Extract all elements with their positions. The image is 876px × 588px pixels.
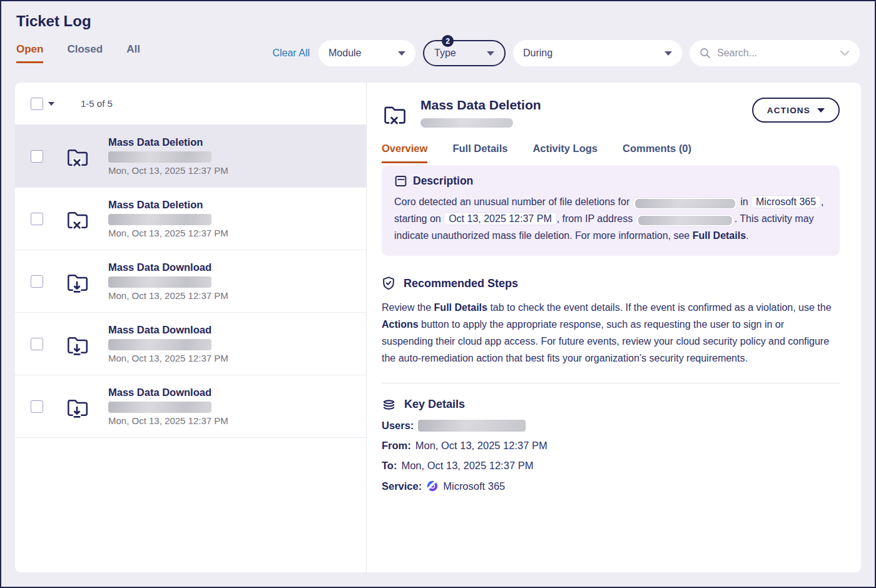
ticket-checkbox[interactable] <box>31 150 43 163</box>
page-title: Ticket Log <box>16 13 860 30</box>
tab-comments[interactable]: Comments (0) <box>623 143 691 163</box>
ticket-row[interactable]: Mass Data Deletion Mon, Oct 13, 2025 12:… <box>15 125 366 188</box>
description-text: Coro detected an unusual number of file … <box>394 193 827 244</box>
tab-overview[interactable]: Overview <box>382 143 427 163</box>
tab-all[interactable]: All <box>126 43 140 63</box>
during-filter-dropdown[interactable]: During <box>513 40 682 66</box>
from-value: Mon, Oct 13, 2025 12:37 PM <box>415 440 548 452</box>
ticket-row[interactable]: Mass Data Download Mon, Oct 13, 2025 12:… <box>15 375 366 438</box>
ticket-checkbox[interactable] <box>31 275 43 288</box>
ticket-log-screen: Ticket Log Open Closed All Clear All Mod… <box>0 0 876 588</box>
key-details-heading: Key Details <box>382 397 840 412</box>
key-details-section: Key Details Users: From: Mon, Oct 13, 20… <box>382 397 840 492</box>
key-detail-service: Service: Microsoft 365 <box>382 480 840 492</box>
type-filter-badge: 2 <box>442 35 454 47</box>
ticket-date: Mon, Oct 13, 2025 12:37 PM <box>108 228 228 238</box>
select-all-checkbox[interactable] <box>31 98 43 110</box>
ticket-checkbox[interactable] <box>31 400 43 413</box>
view-tabs: Open Closed All <box>16 43 140 63</box>
select-menu-caret-icon[interactable] <box>48 102 54 106</box>
search-input[interactable] <box>716 47 825 59</box>
search-chevron-down-icon <box>840 50 850 56</box>
folder-delete-icon <box>64 144 89 169</box>
to-label: To: <box>382 460 397 472</box>
ticket-list-panel: 1-5 of 5 Mass Data Deletion Mon, Oct 13,… <box>15 83 367 572</box>
tab-closed[interactable]: Closed <box>67 43 103 63</box>
ticket-title: Mass Data Deletion <box>108 136 203 148</box>
chevron-down-icon <box>665 51 672 56</box>
tab-full-details[interactable]: Full Details <box>452 143 507 163</box>
recommended-steps-text: Review the Full Details tab to check the… <box>382 299 837 367</box>
redacted-user <box>108 339 211 350</box>
recommended-steps-label: Recommended Steps <box>404 277 518 290</box>
actions-button-label: ACTIONS <box>767 106 810 115</box>
description-heading-label: Description <box>413 175 473 188</box>
microsoft-365-icon <box>426 480 439 492</box>
type-filter-dropdown[interactable]: 2 Type <box>423 40 506 66</box>
list-header: 1-5 of 5 <box>15 83 366 125</box>
recommended-steps-heading: Recommended Steps <box>382 276 840 291</box>
section-divider <box>382 383 840 383</box>
ticket-detail-panel: Mass Data Deletion ACTIONS Overview Full… <box>367 83 861 572</box>
filter-bar: Clear All Module 2 Type During <box>272 40 860 66</box>
key-detail-from: From: Mon, Oct 13, 2025 12:37 PM <box>382 440 840 452</box>
folder-download-icon <box>64 269 89 294</box>
ticket-row[interactable]: Mass Data Download Mon, Oct 13, 2025 12:… <box>15 313 366 375</box>
actions-button[interactable]: ACTIONS <box>752 98 840 123</box>
list-count: 1-5 of 5 <box>81 98 113 109</box>
redacted-user <box>108 402 211 413</box>
service-label: Service: <box>382 480 422 492</box>
redacted-value-chip <box>633 197 738 210</box>
caret-down-icon <box>817 108 825 113</box>
ticket-date: Mon, Oct 13, 2025 12:37 PM <box>108 353 228 363</box>
ticket-card: 1-5 of 5 Mass Data Deletion Mon, Oct 13,… <box>15 83 861 572</box>
layers-icon <box>382 397 396 412</box>
key-detail-to: To: Mon, Oct 13, 2025 12:37 PM <box>382 460 840 472</box>
shield-check-icon <box>382 276 395 291</box>
during-filter-label: During <box>523 48 553 59</box>
ticket-summary: Mass Data Download Mon, Oct 13, 2025 12:… <box>108 261 228 302</box>
folder-delete-icon <box>382 101 407 127</box>
value-chip: Oct 13, 2025 12:37 PM <box>444 212 557 225</box>
chevron-down-icon <box>487 51 494 56</box>
module-filter-label: Module <box>328 48 361 59</box>
from-label: From: <box>382 440 411 452</box>
redacted-user <box>108 214 211 225</box>
search-box[interactable] <box>690 40 860 66</box>
redacted-value-chip <box>636 214 735 227</box>
tab-open[interactable]: Open <box>16 43 43 63</box>
redacted-user <box>108 276 211 288</box>
ticket-summary: Mass Data Download Mon, Oct 13, 2025 12:… <box>108 324 228 364</box>
ticket-summary: Mass Data Deletion Mon, Oct 13, 2025 12:… <box>108 136 228 176</box>
description-heading: Description <box>394 175 827 188</box>
redacted-user <box>420 118 513 128</box>
clear-all-link[interactable]: Clear All <box>272 48 310 59</box>
folder-delete-icon <box>64 206 89 231</box>
controls-row: Open Closed All Clear All Module 2 Type … <box>16 40 860 66</box>
module-filter-dropdown[interactable]: Module <box>318 40 415 66</box>
redacted-user <box>108 151 211 163</box>
ticket-title: Mass Data Deletion <box>108 199 203 210</box>
key-details-label: Key Details <box>404 398 465 411</box>
ticket-row[interactable]: Mass Data Deletion Mon, Oct 13, 2025 12:… <box>15 188 366 250</box>
ticket-row[interactable]: Mass Data Download Mon, Oct 13, 2025 12:… <box>15 250 366 313</box>
service-value: Microsoft 365 <box>443 480 505 492</box>
detail-title: Mass Data Deletion <box>420 98 541 112</box>
tab-activity-logs[interactable]: Activity Logs <box>532 143 598 163</box>
folder-download-icon <box>64 394 89 419</box>
ticket-summary: Mass Data Deletion Mon, Oct 13, 2025 12:… <box>108 199 228 239</box>
detail-header: Mass Data Deletion ACTIONS <box>382 98 840 128</box>
ticket-checkbox[interactable] <box>31 338 43 350</box>
value-chip: Microsoft 365 <box>751 195 821 208</box>
ticket-checkbox[interactable] <box>31 213 43 225</box>
ticket-title: Mass Data Download <box>108 261 211 273</box>
detail-tabs: Overview Full Details Activity Logs Comm… <box>382 143 840 163</box>
ticket-date: Mon, Oct 13, 2025 12:37 PM <box>108 290 228 301</box>
top-bar: Ticket Log Open Closed All Clear All Mod… <box>1 1 875 66</box>
note-icon <box>394 175 407 188</box>
ticket-title: Mass Data Download <box>108 387 211 398</box>
ticket-date: Mon, Oct 13, 2025 12:37 PM <box>108 415 228 426</box>
chevron-down-icon <box>398 51 405 56</box>
ticket-title: Mass Data Download <box>108 324 211 335</box>
key-detail-users: Users: <box>382 420 840 432</box>
